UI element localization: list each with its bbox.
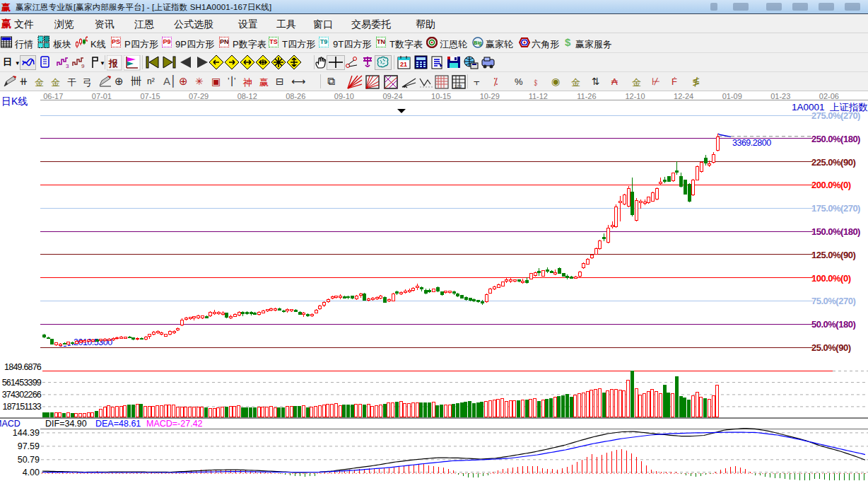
svg-text:09-24: 09-24 [382,92,402,100]
svg-text:DIF=34.90: DIF=34.90 [45,419,87,429]
svg-text:09-10: 09-10 [334,92,354,100]
svg-text:225.0%(90): 225.0%(90) [811,157,855,168]
svg-text:21: 21 [400,61,407,68]
svg-text:07-29: 07-29 [189,92,209,100]
svg-text:日K线: 日K线 [1,95,28,107]
svg-text:11-26: 11-26 [577,92,596,100]
svg-text:12-24: 12-24 [674,92,693,100]
svg-text:374302266: 374302266 [2,390,42,400]
svg-text:150.0%(180): 150.0%(180) [811,226,860,237]
svg-text:07-15: 07-15 [140,92,160,100]
svg-text:MACD=-27.42: MACD=-27.42 [146,419,203,429]
svg-text:9: 9 [81,63,85,69]
svg-text:08-26: 08-26 [286,92,305,100]
svg-text:3369.2800: 3369.2800 [732,138,771,148]
svg-text:75.0%(270): 75.0%(270) [811,296,855,306]
svg-text:1A0001 上证指数: 1A0001 上证指数 [792,102,868,112]
svg-text:10-15: 10-15 [431,92,451,100]
svg-text:MACD: MACD [0,419,20,429]
svg-text:06-17: 06-17 [43,92,63,100]
svg-text:175.0%(270): 175.0%(270) [811,203,860,214]
svg-text:4.00: 4.00 [23,468,40,477]
svg-text:07-01: 07-01 [92,92,112,100]
svg-text:50.0%(180): 50.0%(180) [811,319,855,330]
svg-text:1849.6876: 1849.6876 [4,362,42,372]
svg-text:97.59: 97.59 [18,441,40,451]
svg-text:报: 报 [108,58,118,69]
svg-text:561453399: 561453399 [2,378,42,388]
svg-text:3: 3 [66,63,69,69]
svg-text:12-10: 12-10 [625,92,645,100]
svg-text:250.0%(180): 250.0%(180) [811,134,860,144]
svg-text:25.0%(90): 25.0%(90) [811,342,851,353]
svg-text:赢: 赢 [1,2,11,13]
svg-text:DEA=48.61: DEA=48.61 [95,419,141,429]
svg-text:144.39: 144.39 [13,428,40,438]
svg-text:08-12: 08-12 [237,92,257,100]
svg-text:02-06: 02-06 [819,92,839,100]
svg-text:10-29: 10-29 [480,92,500,100]
svg-text:01-09: 01-09 [722,92,742,100]
svg-text:50.79: 50.79 [18,455,40,465]
svg-text:Big: Big [474,40,481,46]
svg-text:200.0%(0): 200.0%(0) [811,180,851,190]
svg-text:125.0%(90): 125.0%(90) [811,250,855,260]
svg-text:187151133: 187151133 [3,402,42,412]
svg-text:123: 123 [454,84,462,88]
svg-text:01-23: 01-23 [770,92,790,100]
svg-text:100.0%(0): 100.0%(0) [811,273,851,284]
svg-text:11-12: 11-12 [529,92,548,100]
